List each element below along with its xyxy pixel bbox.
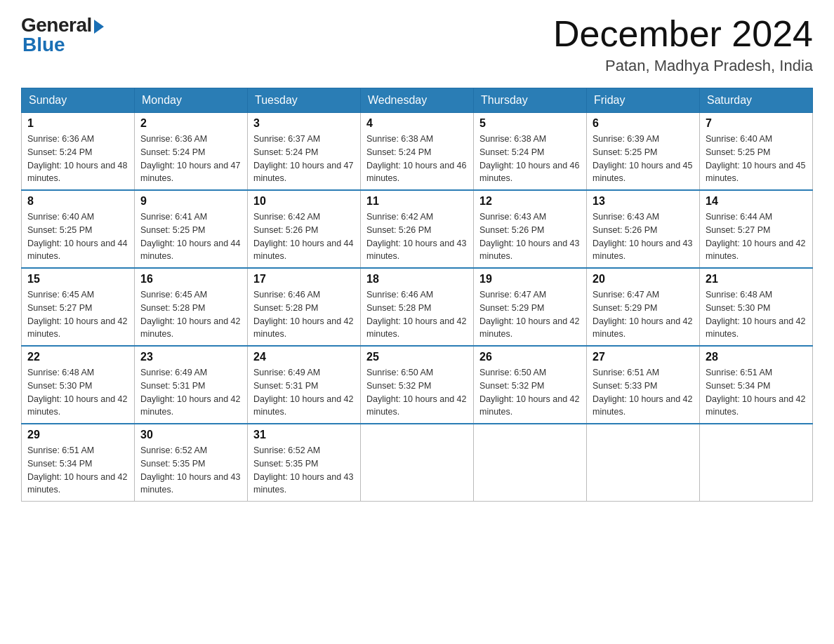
calendar-cell: 11Sunrise: 6:42 AMSunset: 5:26 PMDayligh… [361,190,474,268]
calendar-cell: 29Sunrise: 6:51 AMSunset: 5:34 PMDayligh… [22,424,135,502]
calendar-cell: 25Sunrise: 6:50 AMSunset: 5:32 PMDayligh… [361,346,474,424]
day-number: 28 [706,351,807,363]
weekday-header-thursday: Thursday [474,88,587,113]
calendar-cell [361,424,474,502]
logo-arrow-icon [94,20,104,34]
calendar-cell: 21Sunrise: 6:48 AMSunset: 5:30 PMDayligh… [700,268,813,346]
calendar-week-row: 1Sunrise: 6:36 AMSunset: 5:24 PMDaylight… [22,113,813,191]
day-info: Sunrise: 6:46 AMSunset: 5:28 PMDaylight:… [366,288,468,341]
month-title: December 2024 [553,14,813,54]
day-number: 3 [253,117,355,130]
calendar-cell: 5Sunrise: 6:38 AMSunset: 5:24 PMDaylight… [474,113,587,191]
day-info: Sunrise: 6:43 AMSunset: 5:26 PMDaylight:… [479,210,581,263]
day-number: 13 [593,195,694,208]
day-info: Sunrise: 6:51 AMSunset: 5:33 PMDaylight:… [593,366,694,419]
day-info: Sunrise: 6:45 AMSunset: 5:27 PMDaylight:… [27,288,128,341]
day-number: 15 [27,273,128,286]
calendar-cell: 9Sunrise: 6:41 AMSunset: 5:25 PMDaylight… [135,190,248,268]
calendar-cell: 8Sunrise: 6:40 AMSunset: 5:25 PMDaylight… [22,190,135,268]
location-text: Patan, Madhya Pradesh, India [553,57,813,75]
day-info: Sunrise: 6:49 AMSunset: 5:31 PMDaylight:… [140,366,241,419]
calendar-cell: 27Sunrise: 6:51 AMSunset: 5:33 PMDayligh… [587,346,700,424]
page-header: General Blue December 2024 Patan, Madhya… [21,14,813,75]
calendar-cell: 15Sunrise: 6:45 AMSunset: 5:27 PMDayligh… [22,268,135,346]
calendar-cell: 20Sunrise: 6:47 AMSunset: 5:29 PMDayligh… [587,268,700,346]
day-number: 7 [706,117,807,130]
day-number: 6 [593,117,694,130]
day-number: 12 [479,195,581,208]
day-info: Sunrise: 6:49 AMSunset: 5:31 PMDaylight:… [253,366,355,419]
day-number: 5 [479,117,581,130]
calendar-cell: 6Sunrise: 6:39 AMSunset: 5:25 PMDaylight… [587,113,700,191]
day-info: Sunrise: 6:48 AMSunset: 5:30 PMDaylight:… [706,288,807,341]
day-info: Sunrise: 6:40 AMSunset: 5:25 PMDaylight:… [27,210,128,263]
day-number: 17 [253,273,355,286]
day-number: 14 [706,195,807,208]
weekday-header-monday: Monday [135,88,248,113]
day-number: 30 [140,429,241,441]
calendar-week-row: 29Sunrise: 6:51 AMSunset: 5:34 PMDayligh… [22,424,813,502]
day-number: 23 [140,351,241,363]
day-info: Sunrise: 6:47 AMSunset: 5:29 PMDaylight:… [479,288,581,341]
day-number: 10 [253,195,355,208]
day-number: 8 [27,195,128,208]
day-info: Sunrise: 6:50 AMSunset: 5:32 PMDaylight:… [366,366,468,419]
calendar-cell: 14Sunrise: 6:44 AMSunset: 5:27 PMDayligh… [700,190,813,268]
calendar-cell: 23Sunrise: 6:49 AMSunset: 5:31 PMDayligh… [135,346,248,424]
day-info: Sunrise: 6:52 AMSunset: 5:35 PMDaylight:… [140,444,241,497]
day-number: 31 [253,429,355,441]
calendar-week-row: 22Sunrise: 6:48 AMSunset: 5:30 PMDayligh… [22,346,813,424]
calendar-cell: 26Sunrise: 6:50 AMSunset: 5:32 PMDayligh… [474,346,587,424]
day-info: Sunrise: 6:36 AMSunset: 5:24 PMDaylight:… [27,133,128,185]
day-number: 2 [140,117,241,130]
calendar-cell: 24Sunrise: 6:49 AMSunset: 5:31 PMDayligh… [248,346,361,424]
calendar-cell [474,424,587,502]
day-number: 24 [253,351,355,363]
day-info: Sunrise: 6:36 AMSunset: 5:24 PMDaylight:… [140,133,241,185]
weekday-header-tuesday: Tuesday [248,88,361,113]
day-info: Sunrise: 6:47 AMSunset: 5:29 PMDaylight:… [593,288,694,341]
title-block: December 2024 Patan, Madhya Pradesh, Ind… [553,14,813,75]
calendar-cell: 2Sunrise: 6:36 AMSunset: 5:24 PMDaylight… [135,113,248,191]
logo-blue-text: Blue [22,34,65,56]
day-info: Sunrise: 6:38 AMSunset: 5:24 PMDaylight:… [479,133,581,185]
calendar-cell: 22Sunrise: 6:48 AMSunset: 5:30 PMDayligh… [22,346,135,424]
calendar-cell [587,424,700,502]
day-info: Sunrise: 6:51 AMSunset: 5:34 PMDaylight:… [27,444,128,497]
day-number: 29 [27,429,128,441]
calendar-cell: 12Sunrise: 6:43 AMSunset: 5:26 PMDayligh… [474,190,587,268]
calendar-cell: 10Sunrise: 6:42 AMSunset: 5:26 PMDayligh… [248,190,361,268]
day-number: 16 [140,273,241,286]
day-info: Sunrise: 6:45 AMSunset: 5:28 PMDaylight:… [140,288,241,341]
weekday-header-saturday: Saturday [700,88,813,113]
calendar-cell: 17Sunrise: 6:46 AMSunset: 5:28 PMDayligh… [248,268,361,346]
day-info: Sunrise: 6:42 AMSunset: 5:26 PMDaylight:… [366,210,468,263]
weekday-header-row: SundayMondayTuesdayWednesdayThursdayFrid… [22,88,813,113]
day-number: 9 [140,195,241,208]
day-number: 19 [479,273,581,286]
day-number: 25 [366,351,468,363]
day-info: Sunrise: 6:37 AMSunset: 5:24 PMDaylight:… [253,133,355,185]
calendar-cell: 4Sunrise: 6:38 AMSunset: 5:24 PMDaylight… [361,113,474,191]
day-info: Sunrise: 6:41 AMSunset: 5:25 PMDaylight:… [140,210,241,263]
day-number: 18 [366,273,468,286]
day-info: Sunrise: 6:42 AMSunset: 5:26 PMDaylight:… [253,210,355,263]
day-info: Sunrise: 6:40 AMSunset: 5:25 PMDaylight:… [706,133,807,185]
calendar-week-row: 8Sunrise: 6:40 AMSunset: 5:25 PMDaylight… [22,190,813,268]
day-number: 20 [593,273,694,286]
calendar-cell: 13Sunrise: 6:43 AMSunset: 5:26 PMDayligh… [587,190,700,268]
day-info: Sunrise: 6:46 AMSunset: 5:28 PMDaylight:… [253,288,355,341]
day-info: Sunrise: 6:39 AMSunset: 5:25 PMDaylight:… [593,133,694,185]
logo: General Blue [21,14,104,56]
day-number: 11 [366,195,468,208]
weekday-header-friday: Friday [587,88,700,113]
day-number: 26 [479,351,581,363]
weekday-header-sunday: Sunday [22,88,135,113]
calendar-table: SundayMondayTuesdayWednesdayThursdayFrid… [21,88,813,502]
calendar-cell: 3Sunrise: 6:37 AMSunset: 5:24 PMDaylight… [248,113,361,191]
day-number: 4 [366,117,468,130]
day-number: 22 [27,351,128,363]
day-number: 1 [27,117,128,130]
calendar-week-row: 15Sunrise: 6:45 AMSunset: 5:27 PMDayligh… [22,268,813,346]
day-info: Sunrise: 6:52 AMSunset: 5:35 PMDaylight:… [253,444,355,497]
